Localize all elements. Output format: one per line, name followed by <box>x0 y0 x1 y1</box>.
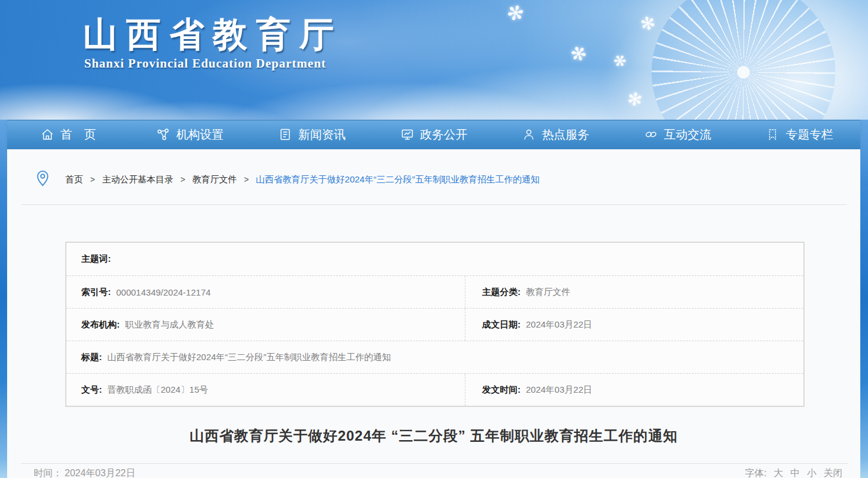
topic-category-value: 教育厅文件 <box>526 287 570 298</box>
nav-item-label: 专题专栏 <box>786 127 833 143</box>
breadcrumb-item-files[interactable]: 教育厅文件 <box>192 174 237 185</box>
nav-item-label: 政务公开 <box>420 127 468 143</box>
breadcrumb-separator: > <box>90 175 95 184</box>
service-icon <box>522 127 536 142</box>
dandelion-seed-icon: ✻ <box>610 50 630 73</box>
doc-meta-table: 主题词: 索引号: 000014349/2024-12174 主题分类: 教育厅… <box>65 242 805 407</box>
publish-time: 时间： 2024年03月22日 <box>34 467 135 478</box>
breadcrumb-item-directory[interactable]: 主动公开基本目录 <box>102 174 173 185</box>
issuing-agency-cell: 发布机构: 职业教育与成人教育处 <box>66 309 465 341</box>
table-row: 发布机构: 职业教育与成人教育处 成文日期: 2024年03月22日 <box>66 308 803 341</box>
issuing-agency-value: 职业教育与成人教育处 <box>125 319 214 331</box>
table-row: 索引号: 000014349/2024-12174 主题分类: 教育厅文件 <box>66 275 803 308</box>
article-meta-bar: 时间： 2024年03月22日 字体: 大 中 小 关闭 <box>21 463 847 478</box>
doc-number-cell: 文号: 晋教职成函〔2024〕15号 <box>66 374 465 406</box>
breadcrumb-current-page[interactable]: 山西省教育厅关于做好2024年“三二分段”五年制职业教育招生工作的通知 <box>256 174 540 185</box>
font-size-large-button[interactable]: 大 <box>774 467 783 478</box>
index-number-cell: 索引号: 000014349/2024-12174 <box>66 276 465 308</box>
written-date-cell: 成文日期: 2024年03月22日 <box>465 309 803 341</box>
subject-words-cell: 主题词: <box>66 243 803 275</box>
subject-words-label: 主题词: <box>81 254 111 265</box>
index-number-label: 索引号: <box>81 287 111 298</box>
font-size-medium-button[interactable]: 中 <box>790 467 800 478</box>
issuing-agency-label: 发布机构: <box>81 319 120 331</box>
breadcrumb: 首页 > 主动公开基本目录 > 教育厅文件 > 山西省教育厅关于做好2024年“… <box>36 169 843 190</box>
divider-line <box>21 204 847 205</box>
nav-item-interact[interactable]: 互动交流 <box>617 120 739 149</box>
interact-icon <box>644 127 658 142</box>
publish-time-label: 时间： <box>34 467 62 478</box>
gov-icon <box>400 127 414 142</box>
doc-title-value: 山西省教育厅关于做好2024年“三二分段”五年制职业教育招生工作的通知 <box>107 352 391 363</box>
table-row: 标题: 山西省教育厅关于做好2024年“三二分段”五年制职业教育招生工作的通知 <box>66 341 803 373</box>
content-area: 首页 > 主动公开基本目录 > 教育厅文件 > 山西省教育厅关于做好2024年“… <box>7 149 860 478</box>
site-title: 山西省教育厅 <box>83 15 343 55</box>
issue-date-cell: 发文时间: 2024年03月22日 <box>465 374 803 406</box>
dandelion-seed-icon: ✻ <box>626 88 644 110</box>
doc-number-value: 晋教职成函〔2024〕15号 <box>107 384 208 396</box>
dandelion-seed-icon: ✻ <box>504 0 527 27</box>
dandelion-seed-icon: ✻ <box>565 40 592 68</box>
nav-item-label: 机构设置 <box>176 127 224 143</box>
breadcrumb-item-home[interactable]: 首页 <box>65 174 83 185</box>
column-icon <box>765 127 780 142</box>
written-date-value: 2024年03月22日 <box>526 319 592 331</box>
breadcrumb-separator: > <box>244 175 248 184</box>
font-size-label: 字体: <box>745 467 767 478</box>
index-number-value: 000014349/2024-12174 <box>116 287 210 297</box>
main-nav: 首 页 机构设置 新闻资讯 政务公开 热点服务 <box>7 120 860 149</box>
site-subtitle: Shanxi Provincial Education Department <box>84 56 343 71</box>
nav-item-label: 新闻资讯 <box>298 127 346 143</box>
font-size-small-button[interactable]: 小 <box>807 467 816 478</box>
issue-date-value: 2024年03月22日 <box>526 384 592 396</box>
topic-category-label: 主题分类: <box>482 287 521 298</box>
close-button[interactable]: 关闭 <box>824 467 843 478</box>
nav-item-label: 首 页 <box>60 127 96 143</box>
breadcrumb-separator: > <box>180 175 185 184</box>
page-title: 山西省教育厅关于做好2024年 “三二分段” 五年制职业教育招生工作的通知 <box>7 426 860 445</box>
table-row: 文号: 晋教职成函〔2024〕15号 发文时间: 2024年03月22日 <box>66 373 803 406</box>
table-row: 主题词: <box>66 243 803 275</box>
nav-item-label: 热点服务 <box>542 127 589 143</box>
news-icon <box>278 127 292 142</box>
font-tools: 字体: 大 中 小 关闭 <box>745 467 843 478</box>
site-logo[interactable]: 山西省教育厅 Shanxi Provincial Education Depar… <box>83 15 343 71</box>
publish-time-value: 2024年03月22日 <box>65 467 135 478</box>
nav-item-column[interactable]: 专题专栏 <box>738 120 860 149</box>
nav-item-gov[interactable]: 政务公开 <box>373 120 495 149</box>
site-banner: ✻ ✻ ✻ ✻ ✻ 山西省教育厅 Shanxi Provincial Educa… <box>0 0 868 120</box>
doc-title-cell: 标题: 山西省教育厅关于做好2024年“三二分段”五年制职业教育招生工作的通知 <box>66 341 803 373</box>
page: ✻ ✻ ✻ ✻ ✻ 山西省教育厅 Shanxi Provincial Educa… <box>0 0 868 478</box>
written-date-label: 成文日期: <box>482 319 521 331</box>
doc-title-label: 标题: <box>81 352 102 363</box>
nav-item-label: 互动交流 <box>664 127 711 143</box>
org-icon <box>156 127 170 142</box>
home-icon <box>40 127 55 142</box>
doc-number-label: 文号: <box>81 384 102 396</box>
topic-category-cell: 主题分类: 教育厅文件 <box>465 276 803 308</box>
dandelion-seed-icon: ✻ <box>639 12 658 35</box>
nav-item-home[interactable]: 首 页 <box>7 120 129 149</box>
nav-item-news[interactable]: 新闻资讯 <box>251 120 373 149</box>
location-pin-icon <box>36 170 50 189</box>
nav-item-org[interactable]: 机构设置 <box>129 120 251 149</box>
issue-date-label: 发文时间: <box>482 384 521 396</box>
nav-item-service[interactable]: 热点服务 <box>494 120 617 149</box>
dandelion-image <box>652 0 835 120</box>
